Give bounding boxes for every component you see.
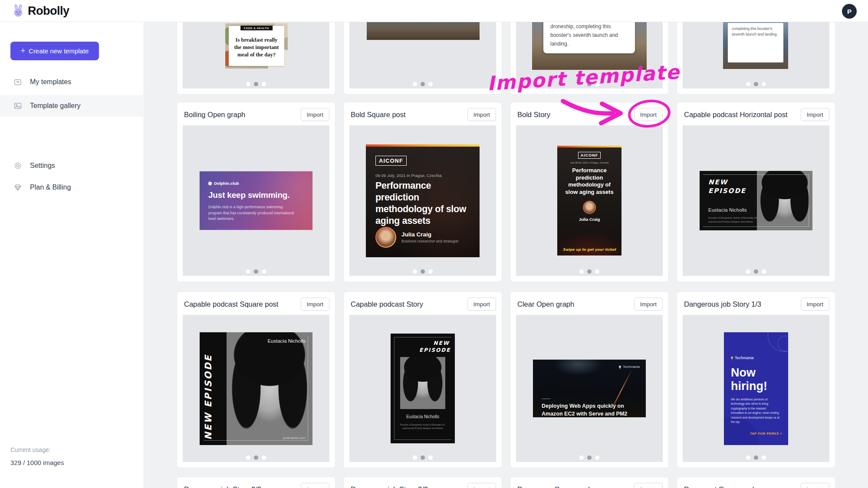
thumb-booster-post: completing this booster's seventh launch…: [723, 16, 788, 69]
podcast-guest-name: Eustacia Nicholls: [708, 207, 747, 213]
carousel-dots[interactable]: [413, 269, 433, 274]
carousel-dots[interactable]: [246, 82, 266, 86]
carousel-dots[interactable]: [579, 455, 599, 460]
thumb-techmania-open-graph: Techmania Deploying Web Apps quickly on …: [533, 360, 646, 417]
aiconf-headline: Performance prediction methodology of sl…: [564, 167, 615, 196]
carousel-dots[interactable]: [246, 455, 266, 460]
speaker-role: Business researcher and strategist: [401, 239, 458, 243]
thumb-breakfast-post: FOOD & HEALTH Is breakfast really the mo…: [225, 23, 288, 69]
template-card: Capable podcast Story Import NEW EPISODE…: [344, 292, 502, 468]
aiconf-logo: AICONF: [375, 156, 407, 166]
rabbit-icon: [12, 4, 24, 18]
dolphin-brand: Dolphin.club: [214, 181, 239, 186]
template-title: Dangerous job Story 2/3: [183, 485, 261, 488]
plus-icon: +: [21, 46, 26, 56]
create-new-template-button[interactable]: + Create new template: [10, 42, 99, 60]
thumb-podcast-square-post: NEW EPISODE Eustacia Nicholls podmania.c…: [200, 332, 312, 445]
template-card: Bold Story Import AICONF July 08-09, 202…: [510, 102, 668, 282]
speaker-name: Julia Craig: [401, 231, 458, 238]
import-button[interactable]: Import: [467, 298, 496, 311]
speaker-name: Julia Craig: [557, 217, 621, 222]
breakfast-panel: FOOD & HEALTH Is breakfast really the mo…: [229, 26, 284, 66]
techmania-logo-icon: [619, 366, 621, 368]
import-button[interactable]: Import: [467, 108, 496, 121]
thumb-now-hiring-story: Techmania Now hiring! We are ambitious p…: [724, 332, 788, 445]
carousel-dots[interactable]: [246, 269, 266, 274]
divider-line: [542, 399, 550, 399]
carousel-dots[interactable]: [746, 82, 766, 86]
import-button[interactable]: Import: [634, 298, 663, 311]
sidebar-item-label: Settings: [30, 162, 55, 170]
carousel-dots[interactable]: [746, 269, 766, 274]
og-headline: Deploying Web Apps quickly on Amazon EC2…: [542, 402, 633, 418]
import-button[interactable]: Import: [801, 298, 829, 311]
template-title: Dangerous job Story 3/3: [349, 485, 428, 488]
sidebar-item-my-templates[interactable]: My templates: [0, 71, 144, 93]
user-avatar[interactable]: P: [842, 4, 857, 19]
import-button[interactable]: Import: [467, 483, 496, 488]
new-episode-kicker: NEW EPISODE: [203, 337, 214, 440]
import-button[interactable]: Import: [301, 108, 329, 121]
gallery-icon: [13, 101, 23, 111]
template-title: Capable podcast Square post: [183, 300, 278, 308]
import-button-bold-story[interactable]: Import: [634, 108, 663, 121]
carousel-dots[interactable]: [579, 82, 599, 86]
booster-text-box: completing this booster's seventh launch…: [728, 23, 783, 62]
aiconf-date: 08-09 July, 2021 in Prague, Czechia: [375, 173, 441, 178]
template-card: Clear Open graph Import Techmania Deploy…: [510, 292, 668, 468]
techmania-brand: Techmania: [623, 365, 640, 369]
template-title: Bold Square post: [349, 111, 406, 119]
podcast-site: podmania.com: [283, 436, 306, 440]
hiring-body: We are ambitious pioneers of technology …: [731, 397, 779, 425]
sidebar-item-settings[interactable]: Settings: [0, 155, 144, 177]
carousel-dots[interactable]: [413, 82, 433, 86]
breakfast-title: Is breakfast really the most important m…: [232, 36, 281, 59]
template-card: Boiling Open graph Import Dolphin.club J…: [177, 102, 335, 282]
thumb-aiconf-story: AICONF July 08-09, 2021 in Prague, Czech…: [557, 146, 621, 255]
podcast-guest-name: Eustacia Nicholls: [267, 338, 306, 344]
carousel-dots[interactable]: [413, 455, 433, 460]
sidebar-item-label: Plan & Billing: [30, 183, 71, 191]
template-title: Dangerous Open graph: [516, 485, 592, 488]
template-card: Capable podcast Horizontal post Import N…: [677, 102, 835, 282]
carousel-dots[interactable]: [746, 455, 766, 460]
sidebar-item-template-gallery[interactable]: Template gallery: [0, 95, 144, 117]
gradient-bar: [557, 146, 621, 147]
thumb-podcast-story: NEW EPISODE Eustacia Nicholls Founder of…: [391, 334, 455, 443]
import-button[interactable]: Import: [634, 483, 663, 488]
sidebar-item-label: My templates: [30, 78, 71, 86]
gear-icon: [13, 161, 23, 170]
import-button[interactable]: Import: [301, 298, 329, 311]
diamond-icon: [13, 183, 23, 192]
template-title: Boiling Open graph: [183, 111, 245, 119]
template-card: Dangerous Open graph Import: [510, 477, 668, 488]
top-bar: Robolly P: [0, 0, 868, 22]
podcast-guest-bio: Founder of Designeria, Author of Everyda…: [708, 216, 758, 224]
template-preview-area: NEW EPISODE Eustacia Nicholls Founder of…: [349, 315, 496, 462]
import-button[interactable]: Import: [301, 483, 329, 488]
usage-panel: Current usage: 329 / 1000 images: [10, 446, 64, 466]
robolly-logo[interactable]: Robolly: [12, 4, 69, 18]
template-title: Clear Open graph: [516, 300, 574, 308]
carousel-dots[interactable]: [579, 269, 599, 274]
booster-text: completing this booster's seventh launch…: [732, 26, 780, 37]
aiconf-logo: AICONF: [578, 152, 601, 159]
template-preview-area: AICONF 08-09 July, 2021 in Prague, Czech…: [349, 125, 496, 276]
usage-label: Current usage:: [10, 446, 64, 453]
template-card: Bold Square post Import AICONF 08-09 Jul…: [344, 102, 502, 282]
template-preview-area: NEW EPISODE Eustacia Nicholls podmania.c…: [183, 315, 329, 462]
import-button[interactable]: Import: [801, 108, 829, 121]
swipe-up-text: Swipe up to get your ticket: [557, 248, 621, 252]
breakfast-tag: FOOD & HEALTH: [240, 26, 273, 30]
dolphin-body: Dolphin.club is a high-performance swimm…: [208, 204, 297, 222]
dolphin-headline: Just keep swimming.: [208, 190, 289, 200]
techmania-logo-icon: [731, 357, 733, 359]
import-button[interactable]: Import: [801, 483, 829, 488]
gradient-bar: [366, 144, 480, 147]
sidebar-item-plan-billing[interactable]: Plan & Billing: [0, 177, 144, 198]
template-card: Dangerous job Story 2/3 Import: [177, 477, 335, 488]
template-preview-area: NEW EPISODE Eustacia Nicholls Founder of…: [683, 125, 829, 276]
template-preview-area: AICONF July 08-09, 2021 in Prague, Czech…: [516, 125, 663, 276]
sidebar-item-label: Template gallery: [30, 102, 81, 110]
techmania-brand: Techmania: [735, 356, 754, 360]
